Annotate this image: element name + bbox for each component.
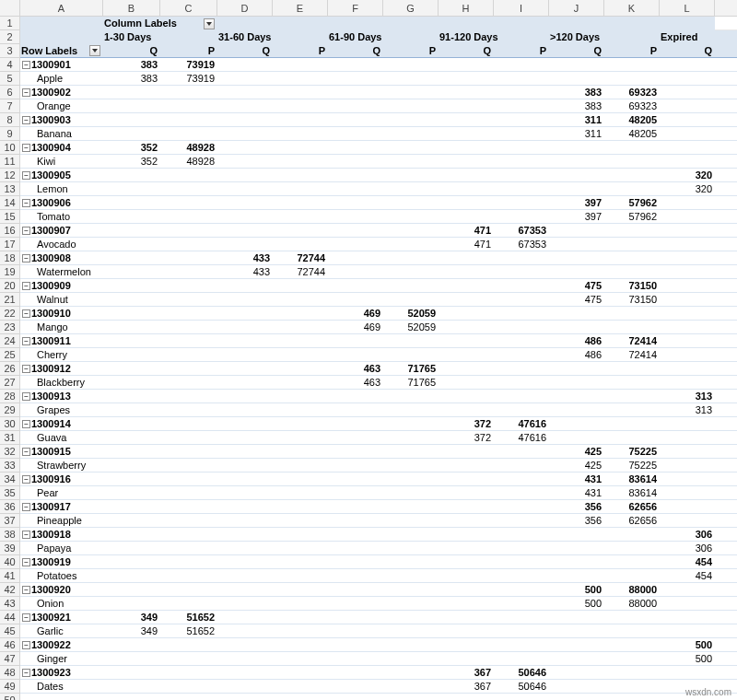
value-cell[interactable] [660,141,715,155]
value-cell[interactable] [604,224,660,238]
row-number[interactable]: 44 [0,611,20,624]
value-cell[interactable]: 356 [549,514,604,528]
row-number[interactable]: 12 [0,169,20,182]
value-cell[interactable] [383,210,439,224]
value-cell[interactable]: 367 [439,680,494,694]
value-cell[interactable] [328,265,383,279]
value-cell[interactable] [383,652,439,666]
collapse-icon[interactable]: − [22,558,30,566]
row-number[interactable]: 2 [0,30,20,44]
value-cell[interactable] [328,528,383,542]
value-cell[interactable] [383,334,439,348]
value-cell[interactable] [103,514,160,528]
value-cell[interactable] [439,348,494,362]
value-cell[interactable] [328,417,383,431]
value-cell[interactable] [439,459,494,472]
pivot-group-row[interactable]: −1300914 [20,417,103,431]
value-cell[interactable]: 431 [549,486,604,500]
column-header-D[interactable]: D [217,0,273,17]
value-cell[interactable] [273,224,328,238]
value-cell[interactable]: 306 [660,542,715,555]
pivot-group-row[interactable]: −1300907 [20,224,103,238]
value-cell[interactable] [549,638,604,652]
value-cell[interactable] [273,555,328,569]
value-cell[interactable] [549,390,604,403]
value-cell[interactable] [715,611,737,624]
value-cell[interactable] [160,86,217,99]
value-cell[interactable]: 500 [549,583,604,597]
value-cell[interactable] [660,500,715,514]
row-number[interactable]: 49 [0,680,20,694]
value-cell[interactable] [217,500,273,514]
value-cell[interactable] [383,113,439,127]
value-cell[interactable] [103,376,160,390]
value-cell[interactable] [549,569,604,583]
value-cell[interactable] [604,265,660,279]
value-cell[interactable] [328,334,383,348]
column-header-F[interactable]: F [328,0,383,17]
value-cell[interactable] [160,265,217,279]
value-cell[interactable] [494,638,549,652]
row-number[interactable]: 4 [0,58,20,72]
value-cell[interactable] [103,403,160,417]
value-cell[interactable]: 88000 [604,583,660,597]
pivot-group-row[interactable]: −1300913 [20,390,103,403]
value-cell[interactable] [103,390,160,403]
value-cell[interactable] [604,694,660,700]
value-cell[interactable]: 313 [660,403,715,417]
row-number[interactable]: 24 [0,334,20,348]
value-cell[interactable] [439,624,494,638]
value-cell[interactable]: 349 [103,624,160,638]
value-cell[interactable] [383,555,439,569]
value-cell[interactable] [328,58,383,72]
value-cell[interactable] [273,542,328,555]
collapse-icon[interactable]: − [22,199,30,207]
value-cell[interactable] [494,445,549,459]
value-cell[interactable]: 52059 [383,307,439,321]
value-cell[interactable] [494,141,549,155]
value-cell[interactable] [494,694,549,700]
value-cell[interactable] [103,293,160,307]
pivot-item-label[interactable]: Blackberry [20,376,103,390]
value-cell[interactable] [494,597,549,611]
value-cell[interactable] [273,321,328,334]
value-cell[interactable] [660,445,715,459]
value-cell[interactable] [217,224,273,238]
value-cell[interactable] [273,680,328,694]
value-cell[interactable] [494,279,549,293]
value-cell[interactable] [217,514,273,528]
column-header-L[interactable]: L [660,0,715,17]
value-cell[interactable] [604,431,660,445]
value-cell[interactable]: 469 [328,321,383,334]
pivot-group-row[interactable]: −1300905 [20,169,103,182]
value-cell[interactable] [328,141,383,155]
row-number[interactable]: 16 [0,224,20,238]
value-cell[interactable] [439,514,494,528]
value-cell[interactable] [604,58,660,72]
value-cell[interactable] [217,155,273,169]
value-cell[interactable] [439,155,494,169]
collapse-icon[interactable]: − [22,641,30,649]
collapse-icon[interactable]: − [22,171,30,180]
value-cell[interactable] [328,293,383,307]
value-cell[interactable] [273,141,328,155]
value-cell[interactable]: 73150 [604,293,660,307]
value-cell[interactable]: 500 [549,597,604,611]
value-cell[interactable] [604,666,660,680]
value-cell[interactable]: 48928 [160,155,217,169]
value-cell[interactable] [494,127,549,141]
value-cell[interactable] [217,58,273,72]
value-cell[interactable] [439,542,494,555]
value-cell[interactable] [660,196,715,210]
value-cell[interactable] [273,445,328,459]
value-cell[interactable]: 383 [549,86,604,99]
collapse-icon[interactable]: − [22,669,30,677]
value-cell[interactable] [273,500,328,514]
value-cell[interactable] [660,583,715,597]
value-cell[interactable] [103,362,160,376]
value-cell[interactable] [160,238,217,251]
value-cell[interactable] [660,238,715,251]
pivot-item-label[interactable]: Walnut [20,293,103,307]
value-cell[interactable] [383,251,439,265]
value-cell[interactable] [160,569,217,583]
